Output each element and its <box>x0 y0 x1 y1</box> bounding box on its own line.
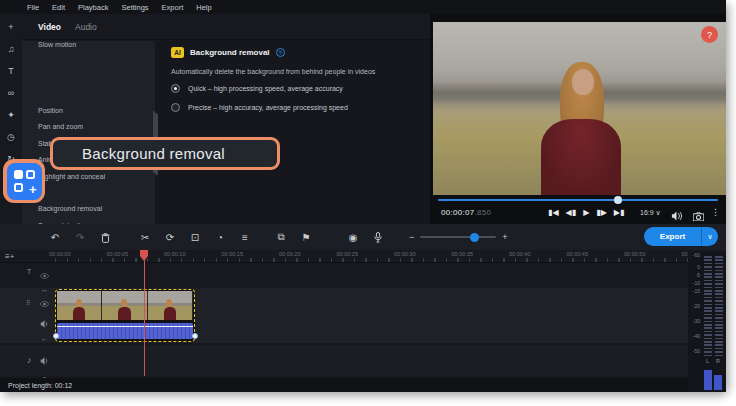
meter-db-label: -60 <box>686 252 700 258</box>
radio-quick[interactable]: Quick – high processing speed, average a… <box>171 84 343 93</box>
voiceover-mic-icon[interactable] <box>371 231 385 243</box>
mute-track-icon[interactable] <box>40 314 49 332</box>
zoom-slider-thumb[interactable] <box>470 233 479 242</box>
ruler-tick-label: 00:00:45 <box>549 251 607 257</box>
menu-item[interactable]: Edit <box>52 3 65 12</box>
more-tools-icon[interactable]: + <box>7 163 42 200</box>
background-removal-callout[interactable]: Background removal <box>50 137 280 170</box>
selected-video-clip[interactable] <box>55 289 195 342</box>
delete-icon[interactable] <box>98 231 112 242</box>
sidebar-icon[interactable]: ✦ <box>4 109 18 122</box>
help-button[interactable]: ? <box>701 26 718 43</box>
marker-flag-icon[interactable]: ⚑ <box>299 232 313 243</box>
ruler-tick-label: 00:00:20 <box>261 251 319 257</box>
transport-button[interactable]: ▶ <box>583 207 589 218</box>
seek-bar[interactable] <box>438 199 718 201</box>
panel-help-icon[interactable]: ? <box>276 48 285 57</box>
tool-list-item[interactable]: Position <box>38 107 63 114</box>
undo-icon[interactable]: ↶ <box>48 232 62 243</box>
project-length: Project length: 00:12 <box>8 382 72 389</box>
transport-button[interactable]: ◀▮ <box>566 207 577 218</box>
transition-wizard-icon[interactable]: ⧉ <box>274 231 288 243</box>
menu-item[interactable]: Settings <box>121 3 148 12</box>
hide-track-icon[interactable] <box>40 293 49 311</box>
sidebar-icon[interactable]: + <box>4 21 18 34</box>
export-dropdown-icon[interactable]: ∨ <box>702 233 718 241</box>
audio-track-lane[interactable] <box>0 345 688 376</box>
radio-precise-label: Precise – high accuracy, average process… <box>188 104 348 111</box>
radio-button-unselected[interactable] <box>171 103 180 112</box>
sidebar-icon[interactable]: T <box>4 65 18 78</box>
transport-button[interactable]: ▮◀ <box>548 207 559 218</box>
meter-db-label: -10 <box>686 280 700 286</box>
sidebar-icon[interactable]: ∞ <box>4 87 18 100</box>
timeline-ruler[interactable]: ≡+ 00:00:0000:00:0500:00:1000:00:1500:00… <box>0 250 726 263</box>
clip-thumbnail <box>148 291 193 320</box>
meter-db-label: -50 <box>686 348 700 354</box>
clip-audio-strip[interactable] <box>57 323 193 339</box>
zoom-out-icon[interactable]: − <box>409 232 414 242</box>
timeline-toolbar: ↶ ↷ ✂ ⟳ ⊡ ◔ ≡ ⧉ ⚑ ◉ − + Export ∨ <box>0 224 726 250</box>
ruler-tick-label: 00:00:35 <box>434 251 492 257</box>
tool-list-item[interactable]: Slow motion <box>38 41 76 48</box>
hide-track-icon[interactable] <box>40 265 49 283</box>
ruler-tick-label: 00:00:00 <box>31 251 89 257</box>
redo-icon[interactable]: ↷ <box>73 232 87 243</box>
timeline-tracks: T ↔ ⠿ ← ♪ <box>0 264 688 378</box>
tool-list-item[interactable]: Pan and zoom <box>38 123 83 130</box>
screenshot-frame: FileEditPlaybackSettingsExportHelp +♫T∞✦… <box>0 0 736 406</box>
clip-left-handle[interactable] <box>53 333 59 339</box>
ai-badge: AI <box>171 47 184 58</box>
menu-item[interactable]: Playback <box>78 3 108 12</box>
meter-right-column <box>715 256 723 356</box>
video-track-controls: ← <box>40 293 49 342</box>
tab-video[interactable]: Video <box>38 22 61 32</box>
ruler-tick-label: 00:00:10 <box>146 251 204 257</box>
webcam-capture-icon[interactable]: ◉ <box>346 232 360 243</box>
meter-bars <box>704 256 723 356</box>
track-drag-handle[interactable]: ⠿ <box>26 299 30 306</box>
more-tools-callout[interactable]: + <box>3 159 45 203</box>
playhead-line[interactable] <box>144 252 145 376</box>
rotate-icon[interactable]: ⟳ <box>163 232 177 243</box>
seek-thumb[interactable] <box>614 196 622 204</box>
sidebar-icon[interactable]: ♫ <box>4 43 18 56</box>
audio-track-icon: ♪ <box>27 355 32 365</box>
clip-right-handle[interactable] <box>192 333 198 339</box>
menubar: FileEditPlaybackSettingsExportHelp <box>0 0 726 14</box>
link-track-icon[interactable]: ↔ <box>41 286 48 293</box>
ruler-tick-label: 00:00:50 <box>606 251 664 257</box>
clip-speed-icon[interactable]: ◔ <box>213 232 227 243</box>
ruler-tick-label: 00:00:30 <box>376 251 434 257</box>
scene-person-coat <box>541 119 620 195</box>
meter-db-label: -20 <box>686 303 700 309</box>
menu-item[interactable]: File <box>27 3 39 12</box>
volume-icon[interactable] <box>671 207 682 225</box>
export-button[interactable]: Export ∨ <box>644 227 718 246</box>
more-options-icon[interactable]: ⋮ <box>711 207 720 217</box>
track-menu-icon[interactable]: ≡+ <box>5 252 14 261</box>
unlink-clip-icon[interactable]: ← <box>41 335 48 342</box>
zoom-in-icon[interactable]: + <box>502 232 507 242</box>
audio-volume-line[interactable] <box>57 326 193 327</box>
snapshot-camera-icon[interactable] <box>693 207 704 225</box>
title-track-lane[interactable] <box>0 264 688 287</box>
transport-button[interactable]: ▶▮ <box>614 207 625 218</box>
menu-item[interactable]: Export <box>162 3 184 12</box>
radio-precise[interactable]: Precise – high accuracy, average process… <box>171 103 348 112</box>
panel-title: Background removal <box>190 48 270 57</box>
sidebar-icon[interactable]: ◷ <box>4 131 18 144</box>
transport-button[interactable]: ▮▶ <box>596 207 607 218</box>
clip-properties-icon[interactable]: ≡ <box>238 232 252 243</box>
mute-track-icon[interactable] <box>40 351 49 369</box>
radio-button-selected[interactable] <box>171 84 180 93</box>
menu-item[interactable]: Help <box>196 3 211 12</box>
split-scissors-icon[interactable]: ✂ <box>138 232 152 243</box>
aspect-ratio-select[interactable]: 16:9 ∨ <box>640 209 661 217</box>
tab-audio[interactable]: Audio <box>75 22 97 32</box>
tool-list-item[interactable]: Background removal <box>38 205 102 212</box>
zoom-slider[interactable] <box>420 236 496 238</box>
tool-list-item[interactable]: Highlight and conceal <box>38 173 105 180</box>
crop-icon[interactable]: ⊡ <box>188 232 202 243</box>
audio-level-meter: 0-5-10-15-20-30-40-50-60 L R <box>688 252 726 392</box>
